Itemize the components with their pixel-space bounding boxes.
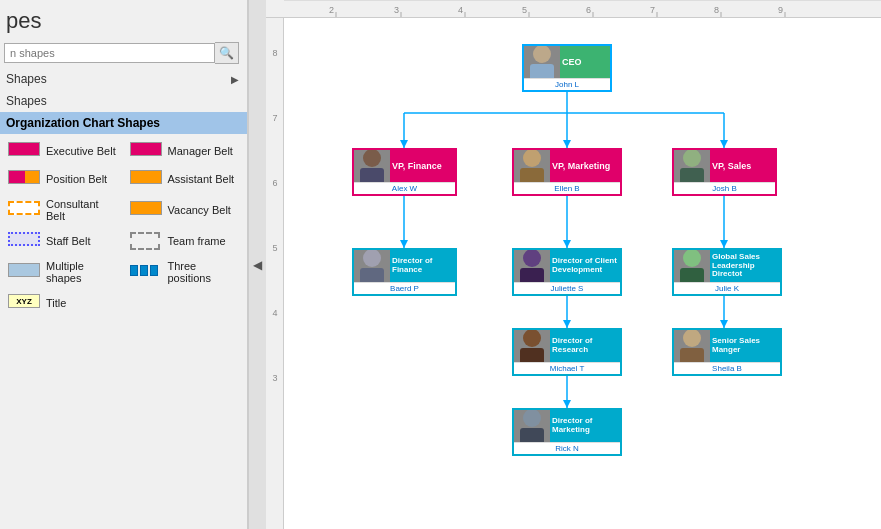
dir-finance-title: Director of Finance [392,257,453,275]
shape-team-frame[interactable]: Team frame [126,230,244,252]
svg-point-58 [523,250,541,267]
shape-exec-belt[interactable]: Executive Belt [4,140,122,162]
shape-title[interactable]: XYZ Title [4,292,122,314]
svg-point-64 [683,330,701,347]
svg-marker-42 [400,240,408,248]
svg-rect-49 [530,64,554,78]
svg-rect-55 [680,168,704,182]
search-input[interactable] [4,43,215,63]
panel-title: pes [0,0,247,38]
multiple-shapes-label: Multiple shapes [46,260,118,284]
svg-text:9: 9 [778,5,783,15]
svg-point-60 [683,250,701,267]
vp-marketing-name: Ellen B [514,182,620,194]
senior-sales-name: Sheila B [674,362,780,374]
exec-belt-label: Executive Belt [46,145,116,157]
vp-sales-title: VP, Sales [712,161,751,171]
manager-belt-icon [130,142,162,160]
staff-belt-label: Staff Belt [46,235,90,247]
vertical-ruler: 8 7 6 5 4 3 [266,18,284,529]
search-bar: 🔍 [4,42,239,64]
shape-manager-belt[interactable]: Manager Belt [126,140,244,162]
svg-rect-61 [680,268,704,282]
node-ceo[interactable]: CEO John L [522,44,612,92]
node-dir-client[interactable]: Director of Client Development Juliette … [512,248,622,296]
svg-rect-63 [520,348,544,362]
svg-point-52 [523,150,541,167]
shapes-grid: Executive Belt Manager Belt Position Bel… [0,134,247,320]
shape-vacancy-belt[interactable]: Vacancy Belt [126,196,244,224]
dir-finance-name: Baerd P [354,282,455,294]
senior-sales-title: Senior Sales Manger [712,337,778,355]
search-button[interactable]: 🔍 [215,42,239,64]
sidebar-item-shapes2[interactable]: Shapes [0,90,247,112]
vp-finance-name: Alex W [354,182,455,194]
svg-marker-40 [563,140,571,148]
expand-arrow: ▶ [231,74,239,85]
svg-point-54 [683,150,701,167]
consultant-belt-icon [8,201,40,219]
global-sales-name: Julie K [674,282,780,294]
shape-staff-belt[interactable]: Staff Belt [4,230,122,252]
dir-client-name: Juliette S [514,282,620,294]
title-label: Title [46,297,66,309]
team-frame-label: Team frame [168,235,226,247]
svg-rect-57 [360,268,384,282]
node-vp-marketing[interactable]: VP, Marketing Ellen B [512,148,622,196]
node-vp-finance[interactable]: VP, Finance Alex W [352,148,457,196]
svg-marker-47 [563,400,571,408]
node-dir-research[interactable]: Director of Research Michael T [512,328,622,376]
node-vp-sales[interactable]: VP, Sales Josh B [672,148,777,196]
dir-client-title: Director of Client Development [552,257,618,275]
svg-marker-41 [720,140,728,148]
position-belt-label: Position Belt [46,173,107,185]
collapse-panel-button[interactable]: ◀ [248,0,266,529]
staff-belt-icon [8,232,40,250]
sidebar-item-org[interactable]: Organization Chart Shapes [0,112,247,134]
svg-text:3: 3 [394,5,399,15]
node-dir-finance[interactable]: Director of Finance Baerd P [352,248,457,296]
node-global-sales[interactable]: Global Sales Leadership Directot Julie K [672,248,782,296]
vp-sales-name: Josh B [674,182,775,194]
shapes-panel: pes 🔍 Shapes ▶ Shapes Organization Chart… [0,0,248,529]
shape-assistant-belt[interactable]: Assistant Belt [126,168,244,190]
sidebar-item-shapes1[interactable]: Shapes ▶ [0,68,247,90]
three-positions-icon [130,263,162,281]
shape-consultant-belt[interactable]: Consultant Belt [4,196,122,224]
svg-point-50 [363,150,381,167]
multiple-shapes-icon [8,263,40,281]
svg-rect-53 [520,168,544,182]
dir-marketing-title: Director of Marketing [552,417,618,435]
svg-text:6: 6 [272,178,277,188]
svg-point-48 [533,46,551,63]
vacancy-belt-label: Vacancy Belt [168,204,231,216]
assistant-belt-icon [130,170,162,188]
svg-marker-45 [563,320,571,328]
svg-text:5: 5 [522,5,527,15]
exec-belt-icon [8,142,40,160]
node-senior-sales[interactable]: Senior Sales Manger Sheila B [672,328,782,376]
vp-marketing-title: VP, Marketing [552,161,610,171]
shape-three-positions[interactable]: Three positions [126,258,244,286]
svg-rect-51 [360,168,384,182]
horizontal-ruler: 2 3 4 5 6 7 8 9 [266,0,881,18]
svg-text:7: 7 [272,113,277,123]
dir-research-title: Director of Research [552,337,618,355]
ceo-title: CEO [562,57,582,67]
global-sales-title: Global Sales Leadership Directot [712,253,778,279]
svg-text:8: 8 [272,48,277,58]
svg-text:5: 5 [272,243,277,253]
svg-text:4: 4 [272,308,277,318]
shape-position-belt[interactable]: Position Belt [4,168,122,190]
shape-multiple-shapes[interactable]: Multiple shapes [4,258,122,286]
org-chart-inner: CEO John L [284,18,881,508]
svg-point-56 [363,250,381,267]
svg-point-66 [523,410,541,427]
org-chart-canvas[interactable]: CEO John L [284,18,881,529]
title-icon: XYZ [8,294,40,312]
node-dir-marketing[interactable]: Director of Marketing Rick N [512,408,622,456]
shape-list: Shapes ▶ Shapes Organization Chart Shape… [0,68,247,529]
svg-rect-0 [284,0,881,18]
dir-research-name: Michael T [514,362,620,374]
vp-finance-title: VP, Finance [392,161,442,171]
